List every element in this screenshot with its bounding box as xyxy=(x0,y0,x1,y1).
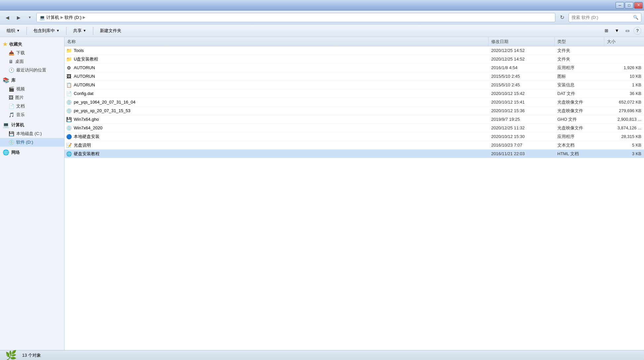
col-name-header[interactable]: 名称 xyxy=(64,37,489,46)
organize-label: 组织 xyxy=(7,28,15,34)
file-type-icon: 🔵 xyxy=(66,134,72,140)
file-date-cell: 2015/5/10 2:45 xyxy=(489,74,555,79)
table-row[interactable]: 📄 Config.dat 2020/10/12 15:42 DAT 文件 36 … xyxy=(64,89,644,98)
file-name-cell: 💿 Win7x64_2020 xyxy=(64,125,489,131)
col-date-header[interactable]: 修改日期 xyxy=(489,37,555,46)
sidebar-item-music[interactable]: 🎵 音乐 xyxy=(0,111,64,119)
sidebar-documents-label: 文档 xyxy=(16,103,25,109)
file-date-cell: 2016/1/8 4:54 xyxy=(489,65,555,70)
table-row[interactable]: 🔵 本地硬盘安装 2020/10/12 15:30 应用程序 28,315 KB xyxy=(64,132,644,141)
file-size-cell: 28,315 KB xyxy=(604,134,644,139)
new-folder-button[interactable]: 新建文件夹 xyxy=(96,26,125,36)
statusbar: 🌿 13 个对象 xyxy=(0,350,644,360)
breadcrumb[interactable]: 💻 计算机 ▶ 软件 (D:) ▶ xyxy=(36,13,555,22)
sidebar-favorites-label: 收藏夹 xyxy=(9,41,22,47)
main-layout: ★ 收藏夹 📥 下载 🖥 桌面 🕐 最近访问的位置 📚 库 xyxy=(0,37,644,350)
organize-chevron: ▼ xyxy=(17,29,20,32)
close-button[interactable]: ✕ xyxy=(634,2,643,9)
file-name: 本地硬盘安装 xyxy=(74,134,100,140)
sidebar: ★ 收藏夹 📥 下载 🖥 桌面 🕐 最近访问的位置 📚 库 xyxy=(0,37,64,350)
sidebar-item-recent[interactable]: 🕐 最近访问的位置 xyxy=(0,66,64,74)
recent-icon: 🕐 xyxy=(9,68,14,73)
file-type-icon: 🖼 xyxy=(66,73,72,79)
file-type-icon: 📋 xyxy=(66,82,72,88)
search-bar[interactable]: 🔍 xyxy=(569,13,641,22)
file-type-cell: GHO 文件 xyxy=(555,116,604,122)
sidebar-item-c-drive[interactable]: 💾 本地磁盘 (C:) xyxy=(0,129,64,138)
toolbar-sep3 xyxy=(93,27,93,35)
view-dropdown-button[interactable]: ▼ xyxy=(612,26,622,35)
toolbar-right: ⊞ ▼ ▭ ? xyxy=(602,26,641,35)
breadcrumb-arrow2: ▶ xyxy=(83,15,85,20)
table-row[interactable]: 💿 pe_yqs_1064_20_07_31_16_04 2020/10/12 … xyxy=(64,98,644,107)
table-row[interactable]: 🌐 硬盘安装教程 2016/11/21 22:03 HTML 文档 3 KB xyxy=(64,150,644,158)
col-size-header[interactable]: 大小 xyxy=(604,37,644,46)
new-folder-label: 新建文件夹 xyxy=(100,28,121,34)
file-name: AUTORUN xyxy=(74,82,95,87)
file-name-cell: 🔵 本地硬盘安装 xyxy=(64,134,489,140)
file-type-cell: 光盘映像文件 xyxy=(555,108,604,114)
table-row[interactable]: 📁 Tools 2020/12/25 14:52 文件夹 xyxy=(64,46,644,55)
network-icon: 🌐 xyxy=(3,149,9,156)
file-type-icon: 📁 xyxy=(66,48,72,54)
sidebar-item-desktop[interactable]: 🖥 桌面 xyxy=(0,57,64,66)
maximize-button[interactable]: □ xyxy=(625,2,633,9)
search-input[interactable] xyxy=(572,15,631,20)
file-size-cell: 10 KB xyxy=(604,74,644,79)
file-type-cell: 应用程序 xyxy=(555,134,604,140)
sidebar-item-video[interactable]: 🎬 视频 xyxy=(0,85,64,93)
search-icon: 🔍 xyxy=(633,15,638,20)
music-icon: 🎵 xyxy=(9,112,14,117)
sidebar-computer-header[interactable]: 💻 计算机 xyxy=(0,120,64,129)
breadcrumb-computer[interactable]: 计算机 xyxy=(46,15,59,21)
table-row[interactable]: 🖼 AUTORUN 2015/5/10 2:45 图标 10 KB xyxy=(64,72,644,81)
sidebar-recent-label: 最近访问的位置 xyxy=(16,67,46,73)
titlebar: ─ □ ✕ xyxy=(0,0,644,11)
recent-locations-button[interactable]: ▼ xyxy=(25,13,34,22)
sidebar-item-d-drive[interactable]: 💿 软件 (D:) xyxy=(0,138,64,147)
table-row[interactable]: 💿 Win7x64_2020 2020/12/25 11:32 光盘映像文件 3… xyxy=(64,124,644,132)
sidebar-library-header[interactable]: 📚 库 xyxy=(0,76,64,85)
refresh-button[interactable]: ↻ xyxy=(557,13,567,22)
include-library-button[interactable]: 包含到库中 ▼ xyxy=(29,26,64,36)
download-icon: 📥 xyxy=(9,50,14,56)
share-chevron: ▼ xyxy=(83,29,86,32)
file-name-cell: ⚙ AUTORUN xyxy=(64,65,489,71)
file-size-cell: 652,072 KB xyxy=(604,100,644,105)
file-name: AUTORUN xyxy=(74,65,95,70)
file-size-cell: 1,926 KB xyxy=(604,65,644,70)
sidebar-network-header[interactable]: 🌐 网络 xyxy=(0,148,64,157)
file-type-cell: 文件夹 xyxy=(555,56,604,62)
file-type-icon: 💿 xyxy=(66,99,72,105)
sidebar-item-documents[interactable]: 📄 文档 xyxy=(0,102,64,111)
file-type-icon: 💿 xyxy=(66,108,72,114)
table-row[interactable]: ⚙ AUTORUN 2016/1/8 4:54 应用程序 1,926 KB xyxy=(64,64,644,72)
sidebar-music-label: 音乐 xyxy=(16,112,25,118)
sidebar-item-pictures[interactable]: 🖼 图片 xyxy=(0,93,64,102)
sidebar-item-download[interactable]: 📥 下载 xyxy=(0,49,64,57)
file-size-cell: 279,696 KB xyxy=(604,108,644,113)
share-button[interactable]: 共享 ▼ xyxy=(69,26,90,36)
table-row[interactable]: 📝 光盘说明 2016/10/23 7:07 文本文档 5 KB xyxy=(64,141,644,150)
col-type-header[interactable]: 类型 xyxy=(555,37,604,46)
back-button[interactable]: ◀ xyxy=(3,13,12,22)
minimize-button[interactable]: ─ xyxy=(616,2,624,9)
sidebar-c-drive-label: 本地磁盘 (C:) xyxy=(16,131,42,137)
table-row[interactable]: 💿 pe_yqs_xp_20_07_31_15_53 2020/10/12 15… xyxy=(64,107,644,115)
sidebar-favorites-header[interactable]: ★ 收藏夹 xyxy=(0,40,64,49)
window-controls: ─ □ ✕ xyxy=(616,2,643,9)
forward-button[interactable]: ▶ xyxy=(14,13,23,22)
table-row[interactable]: 📁 U盘安装教程 2020/12/25 14:52 文件夹 xyxy=(64,55,644,64)
table-row[interactable]: 💾 Win7x64.gho 2019/9/7 19:25 GHO 文件 2,90… xyxy=(64,115,644,124)
help-button[interactable]: ? xyxy=(633,27,641,35)
sidebar-network-section: 🌐 网络 xyxy=(0,148,64,157)
change-view-button[interactable]: ⊞ xyxy=(602,26,611,35)
organize-button[interactable]: 组织 ▼ xyxy=(3,26,24,36)
preview-pane-button[interactable]: ▭ xyxy=(623,26,632,35)
sidebar-desktop-label: 桌面 xyxy=(15,59,24,65)
sidebar-download-label: 下载 xyxy=(16,50,25,56)
sidebar-computer-section: 💻 计算机 💾 本地磁盘 (C:) 💿 软件 (D:) xyxy=(0,120,64,147)
file-date-cell: 2019/9/7 19:25 xyxy=(489,117,555,122)
table-row[interactable]: 📋 AUTORUN 2015/5/10 2:45 安装信息 1 KB xyxy=(64,81,644,89)
breadcrumb-drive[interactable]: 软件 (D:) xyxy=(64,15,81,21)
